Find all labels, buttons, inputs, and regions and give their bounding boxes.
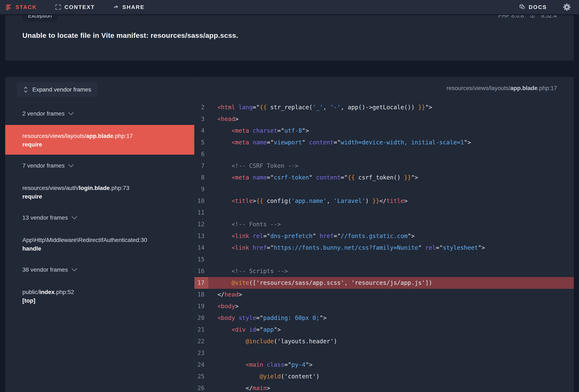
stack-frame[interactable]: public/index.php:52[top] xyxy=(5,281,194,311)
code-line-text: <meta name="csrf-token" content="{{ csrf… xyxy=(208,172,574,183)
chevron-down-icon xyxy=(72,268,77,271)
code-line-text: <body> xyxy=(208,301,574,312)
code-line-text: <!-- Fonts --> xyxy=(208,219,574,230)
code-line-text: <div id="app"> xyxy=(208,324,574,336)
code-line: 18</head> xyxy=(195,289,574,301)
php-version: PHP 8.0.8 xyxy=(498,15,524,19)
code-file-path-name: app.blade xyxy=(510,85,538,91)
line-number: 20 xyxy=(195,312,208,324)
laravel-version-icon xyxy=(529,15,536,19)
line-number: 26 xyxy=(195,382,208,392)
line-number: 25 xyxy=(195,371,208,382)
vendor-frames-group[interactable]: 38 vendor frames xyxy=(5,259,194,281)
line-number: 16 xyxy=(195,265,208,277)
line-number: 7 xyxy=(195,160,208,172)
code-line-text: <head> xyxy=(208,113,574,125)
code-line-text: <body style="padding: 60px 0;"> xyxy=(208,312,574,324)
code-line: 15 xyxy=(195,254,574,265)
line-number: 4 xyxy=(195,125,208,137)
code-line: 22 @include('layouts.header') xyxy=(195,336,574,347)
exception-card-header: Exception PHP 8.0.8 9.52.4 xyxy=(22,15,557,22)
line-number: 24 xyxy=(195,359,208,371)
code-line-text: @vite(['resources/sass/app.scss', 'resou… xyxy=(208,277,574,289)
docs-label: DOCS xyxy=(529,4,547,10)
nav-right: DOCS xyxy=(519,3,571,11)
expand-vendor-frames-label: Expand vendor frames xyxy=(32,86,91,93)
tab-stack-label: STACK xyxy=(15,4,37,10)
expand-collapse-icon xyxy=(23,86,28,93)
chevron-down-icon xyxy=(72,216,77,219)
code-line: 6 xyxy=(195,148,574,160)
top-nav-bar: STACK CONTEXT SHARE DOCS xyxy=(0,0,579,14)
exception-message: Unable to locate file in Vite manifest: … xyxy=(22,31,557,39)
tab-context-label: CONTEXT xyxy=(65,4,95,10)
code-line: 3<head> xyxy=(195,113,574,125)
code-line-text: <main class="py-4"> xyxy=(208,359,574,371)
vendor-frames-group[interactable]: 7 vendor frames xyxy=(5,155,194,177)
frame-file-path: App\Http\Middleware\RedirectIfAuthentica… xyxy=(22,236,194,244)
frame-file-path: resources/views/layouts/app.blade.php:17 xyxy=(22,132,194,140)
code-line-text: <title>{{ config('app.name', 'Laravel') … xyxy=(208,195,574,207)
stack-frames-list: 2 vendor framesresources/views/layouts/a… xyxy=(5,103,194,311)
code-line: 13 <link rel="dns-prefetch" href="//font… xyxy=(195,230,574,242)
code-line-text xyxy=(208,207,574,219)
code-line-text xyxy=(208,183,574,195)
code-file-path-suffix: .php:17 xyxy=(538,85,557,91)
expand-vendor-frames-button[interactable]: Expand vendor frames xyxy=(17,82,98,97)
code-line-text: <meta name="viewport" content="width=dev… xyxy=(208,137,574,148)
code-line: 21 <div id="app"> xyxy=(195,324,574,336)
code-line: 7 <!-- CSRF Token --> xyxy=(195,160,574,172)
code-viewer: 2<html lang="{{ str_replace('_', '-', ap… xyxy=(195,102,574,392)
vendor-frames-label: 7 vendor frames xyxy=(22,162,65,169)
code-line: 24 <main class="py-4"> xyxy=(195,359,574,371)
frame-file-path: resources/views/auth/login.blade.php:73 xyxy=(22,184,194,192)
code-line: 14 <link href="https://fonts.bunny.net/c… xyxy=(195,242,574,254)
stack-frame[interactable]: resources/views/auth/login.blade.php:73r… xyxy=(5,177,194,207)
code-line-text: <link rel="dns-prefetch" href="//fonts.g… xyxy=(208,230,574,242)
frame-method: handle xyxy=(22,244,194,253)
frame-method: require xyxy=(22,140,194,149)
vendor-frames-label: 38 vendor frames xyxy=(22,266,68,273)
code-line: 9 xyxy=(195,183,574,195)
code-line-text: @yield('content') xyxy=(208,371,574,382)
code-line: 10 <title>{{ config('app.name', 'Laravel… xyxy=(195,195,574,207)
line-number: 2 xyxy=(195,102,208,113)
version-info: PHP 8.0.8 9.52.4 xyxy=(498,15,557,19)
stack-frame[interactable]: App\Http\Middleware\RedirectIfAuthentica… xyxy=(5,229,194,259)
frame-method: [top] xyxy=(22,296,194,305)
tab-share[interactable]: SHARE xyxy=(113,4,145,10)
line-number: 11 xyxy=(195,207,208,219)
code-line-highlighted: 17 @vite(['resources/sass/app.scss', 're… xyxy=(195,277,574,289)
code-line: 20<body style="padding: 60px 0;"> xyxy=(195,312,574,324)
chevron-down-icon xyxy=(68,112,74,115)
vendor-frames-group[interactable]: 13 vendor frames xyxy=(5,207,194,229)
code-line: 8 <meta name="csrf-token" content="{{ cs… xyxy=(195,172,574,183)
vendor-frames-group[interactable]: 2 vendor frames xyxy=(5,103,194,125)
chevron-down-icon xyxy=(68,164,74,167)
line-number: 22 xyxy=(195,336,208,347)
code-line: 11 xyxy=(195,207,574,219)
code-line-text: <meta charset="utf-8"> xyxy=(208,125,574,137)
code-line-text: </head> xyxy=(208,289,574,301)
settings-gear-icon[interactable] xyxy=(563,3,571,11)
code-file-path-prefix: resources/views/layouts/ xyxy=(446,85,510,91)
stack-frames-panel: Expand vendor frames 2 vendor framesreso… xyxy=(5,77,195,392)
tab-stack[interactable]: STACK xyxy=(6,4,37,10)
code-line-text: <!-- Scripts --> xyxy=(208,265,574,277)
code-line-text: @include('layouts.header') xyxy=(208,336,574,347)
code-line: 23 xyxy=(195,347,574,359)
code-line-text: <!-- CSRF Token --> xyxy=(208,160,574,172)
frame-method: require xyxy=(22,192,194,201)
frame-file-path: public/index.php:52 xyxy=(22,288,194,296)
stack-trace-card: Expand vendor frames 2 vendor framesreso… xyxy=(5,77,574,392)
line-number: 10 xyxy=(195,195,208,207)
code-line: 26 </main> xyxy=(195,382,574,392)
code-file-path: resources/views/layouts/app.blade.php:17 xyxy=(195,77,574,91)
docs-link[interactable]: DOCS xyxy=(519,4,547,10)
stack-frame-active[interactable]: resources/views/layouts/app.blade.php:17… xyxy=(5,125,194,155)
line-number: 5 xyxy=(195,137,208,148)
code-line: 25 @yield('content') xyxy=(195,371,574,382)
laravel-version: 9.52.4 xyxy=(541,15,557,19)
code-line-text: </main> xyxy=(208,382,574,392)
tab-context[interactable]: CONTEXT xyxy=(55,4,95,10)
